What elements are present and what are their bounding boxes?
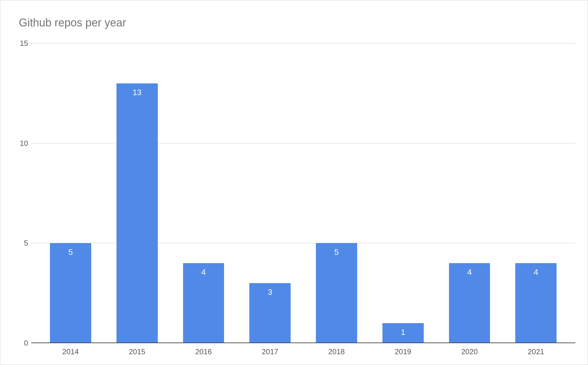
y-axis: 0 5 10 15 — [16, 43, 31, 343]
bar-slot: 3 2017 — [237, 43, 303, 343]
y-tick-label: 15 — [20, 39, 28, 48]
bar-2016: 4 — [183, 263, 224, 343]
bars-group: 5 2014 13 2015 4 2016 3 2017 — [31, 43, 575, 343]
bar-value-label: 4 — [467, 267, 472, 277]
x-tick-label: 2016 — [195, 347, 212, 356]
chart-title: Github repos per year — [19, 16, 126, 29]
x-tick-label: 2014 — [62, 347, 79, 356]
y-tick-label: 0 — [24, 339, 28, 347]
bar-2014: 5 — [50, 243, 91, 343]
y-tick-label: 10 — [20, 139, 28, 148]
x-tick-label: 2019 — [395, 347, 411, 356]
plot-area: 0 5 10 15 5 2014 13 2015 4 — [31, 43, 575, 343]
bar-value-label: 5 — [334, 247, 339, 257]
bar-slot: 4 2020 — [436, 43, 503, 343]
x-tick-label: 2015 — [129, 347, 145, 356]
x-tick-label: 2017 — [262, 347, 278, 356]
bar-2017: 3 — [249, 283, 291, 343]
bar-2020: 4 — [449, 263, 490, 343]
bar-value-label: 1 — [401, 327, 405, 337]
bar-2018: 5 — [316, 243, 357, 343]
bar-2015: 13 — [116, 83, 158, 343]
bar-value-label: 4 — [534, 267, 538, 277]
bar-value-label: 3 — [268, 287, 272, 297]
bar-2019: 1 — [382, 323, 424, 343]
bar-slot: 5 2018 — [303, 43, 370, 343]
bar-slot: 1 2019 — [370, 43, 436, 343]
x-axis-line — [31, 343, 575, 343]
x-tick-label: 2020 — [461, 347, 478, 356]
bar-2021: 4 — [515, 263, 557, 343]
bar-value-label: 13 — [133, 88, 141, 97]
y-tick-label: 5 — [24, 239, 28, 247]
bar-slot: 5 2014 — [37, 43, 104, 343]
bar-slot: 4 2021 — [503, 43, 569, 343]
x-tick-label: 2018 — [328, 347, 345, 356]
bar-value-label: 5 — [68, 247, 73, 257]
bar-slot: 4 2016 — [170, 43, 237, 343]
bar-value-label: 4 — [201, 267, 206, 277]
bar-slot: 13 2015 — [104, 43, 170, 343]
chart-container: Github repos per year 0 5 10 15 5 2014 1… — [0, 0, 588, 365]
x-tick-label: 2021 — [528, 347, 544, 356]
